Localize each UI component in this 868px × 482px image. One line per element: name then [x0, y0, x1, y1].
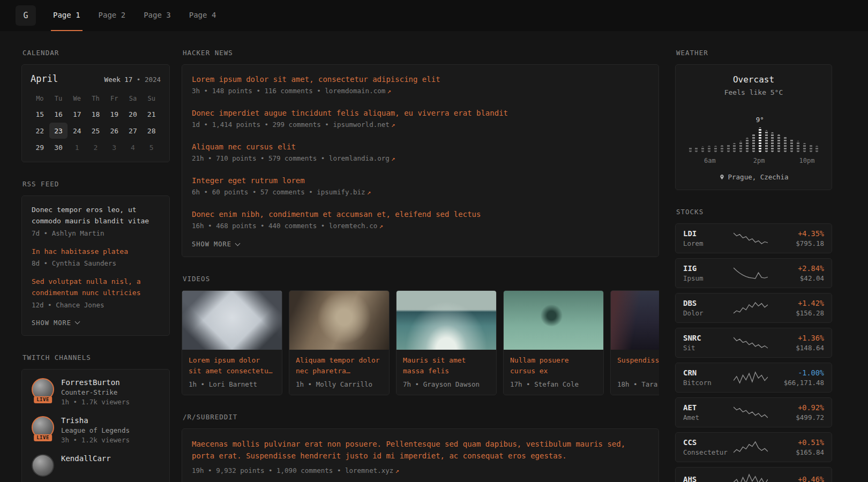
hackernews-item-title[interactable]: Donec imperdiet augue tincidunt felis al… [192, 109, 649, 117]
stock-name: Consectetur [683, 448, 730, 456]
video-thumbnail[interactable] [504, 291, 603, 350]
stock-sparkline [734, 336, 768, 350]
external-link-icon[interactable]: ↗ [387, 87, 391, 95]
rss-section-label: RSS FEED [23, 180, 169, 188]
hackernews-show-more-button[interactable]: SHOW MORE [192, 236, 240, 251]
calendar-day: 18 [86, 106, 105, 122]
stock-id: AET Amet [683, 403, 730, 421]
hackernews-item-title[interactable]: Lorem ipsum dolor sit amet, consectetur … [192, 75, 649, 84]
stock-sparkline [734, 301, 768, 315]
calendar-day-next-month: 4 [124, 139, 143, 155]
twitch-channel[interactable]: LIVE Trisha League of Legends 3h • 1.2k … [32, 416, 160, 444]
external-link-icon[interactable]: ↗ [395, 466, 399, 475]
tab-page-1[interactable]: Page 1 [51, 0, 83, 31]
stock-name: Lorem [683, 239, 730, 247]
weather-bar [714, 146, 717, 152]
video-title[interactable]: Aliquam tempor dolor nec pharetra… [296, 355, 383, 376]
tab-page-2[interactable]: Page 2 [96, 0, 128, 31]
stock-ticker: CRN [683, 368, 730, 377]
rss-item-meta: 7d • Ashlyn Martin [32, 229, 160, 237]
rss-item-title[interactable]: In hac habitasse platea [32, 246, 160, 258]
hackernews-item-title[interactable]: Donec enim nibh, condimentum et accumsan… [192, 210, 649, 219]
stock-change: +4.35% [771, 229, 824, 238]
video-title[interactable]: Nullam posuere cursus ex [510, 355, 597, 376]
stock-row[interactable]: SNRC Sit +1.36% $148.64 [675, 328, 832, 358]
twitch-channel-name[interactable]: KendallCarr [61, 454, 111, 463]
rss-item-title[interactable]: Donec tempor eros leo, ut commodo mauris… [32, 205, 160, 227]
video-card: Aliquam tempor dolor nec pharetra… 1h • … [289, 290, 390, 395]
stock-id: LDI Lorem [683, 229, 730, 247]
weather-bar [739, 141, 742, 152]
calendar-grid: Mo Tu We Th Fr Sa Su 15 16 17 18 19 20 2… [31, 92, 161, 155]
stock-id: CRN Bitcorn [683, 368, 730, 387]
twitch-channel-name[interactable]: Trisha [61, 416, 130, 425]
stock-ticker: AHS [683, 475, 730, 482]
stock-row[interactable]: AET Amet +0.92% $499.72 [675, 397, 832, 427]
rss-item: Donec tempor eros leo, ut commodo mauris… [32, 205, 160, 237]
twitch-channel[interactable]: KendallCarr [32, 454, 160, 477]
video-card: Nullam posuere cursus ex 17h • Stefan Co… [503, 290, 604, 395]
video-body: Mauris sit amet massa felis 7h • Grayson… [396, 350, 496, 395]
weather-time-label: 2pm [753, 157, 765, 164]
stock-row[interactable]: CCS Consectetur +0.51% $165.84 [675, 432, 832, 462]
weather-bar [727, 144, 730, 152]
calendar-day: 16 [49, 106, 68, 122]
hackernews-item-title[interactable]: Aliquam nec cursus elit [192, 142, 649, 151]
calendar-day: 29 [31, 139, 49, 155]
weather-feels-like: Feels like 5°C [685, 88, 822, 96]
calendar-week: Week 17 [104, 76, 133, 84]
weather-bar [721, 145, 723, 152]
subreddit-post-title[interactable]: Maecenas mollis pulvinar erat non posuer… [192, 438, 649, 462]
tab-page-3[interactable]: Page 3 [141, 0, 173, 31]
page-tabs: Page 1 Page 2 Page 3 Page 4 [51, 0, 218, 31]
twitch-channel-meta: 3h • 1.2k viewers [61, 436, 130, 444]
rss-item-title[interactable]: Sed volutpat nulla nisl, a condimentum n… [32, 276, 160, 299]
rss-item: Sed volutpat nulla nisl, a condimentum n… [32, 276, 160, 309]
stock-change: +2.84% [771, 264, 824, 273]
twitch-channel[interactable]: LIVE ForrestBurton Counter-Strike 1h • 1… [32, 378, 160, 406]
video-thumbnail[interactable] [396, 291, 496, 350]
tab-page-4[interactable]: Page 4 [187, 0, 219, 31]
video-title[interactable]: Lorem ipsum dolor sit amet consectetu… [189, 355, 275, 376]
external-link-icon[interactable]: ↗ [379, 222, 383, 230]
stock-values: +2.84% $42.04 [771, 264, 824, 282]
weather-bar [777, 134, 780, 152]
external-link-icon[interactable]: ↗ [391, 154, 395, 162]
external-link-icon[interactable]: ↗ [391, 120, 395, 129]
subreddit-section-label: /R/SUBREDDIT [183, 413, 658, 421]
stock-row[interactable]: LDI Lorem +4.35% $795.18 [675, 223, 832, 253]
weekday-label: We [68, 92, 86, 106]
calendar-day: 15 [31, 106, 49, 122]
calendar-day: 30 [49, 139, 68, 155]
video-thumbnail[interactable] [611, 291, 659, 350]
stock-row[interactable]: IIG Ipsum +2.84% $42.04 [675, 258, 832, 288]
external-link-icon[interactable]: ↗ [367, 188, 371, 196]
rss-show-more-button[interactable]: SHOW MORE [32, 318, 79, 328]
stock-name: Ipsum [683, 274, 730, 282]
stock-row[interactable]: CRN Bitcorn -1.00% $66,171.48 [675, 363, 832, 393]
twitch-channel-name[interactable]: ForrestBurton [61, 378, 130, 387]
hackernews-item-title[interactable]: Integer eget rutrum lorem [192, 176, 649, 185]
dashboard: CALENDAR April Week 17 • 2024 Mo Tu We T… [0, 31, 868, 482]
video-title[interactable]: Suspendisse diam [617, 355, 659, 376]
hackernews-item-meta-text: 16h • 468 points • 440 comments • loremt… [192, 222, 377, 230]
weekday-label: Sa [124, 92, 143, 106]
calendar-day-next-month: 3 [105, 139, 124, 155]
hackernews-item-meta-text: 6h • 60 points • 57 comments • ipsumify.… [192, 188, 365, 196]
hackernews-item-meta: 1d • 1,414 points • 299 comments • ipsum… [192, 120, 649, 129]
video-title[interactable]: Mauris sit amet massa felis [403, 355, 490, 376]
weekday-label: Tu [49, 92, 68, 106]
video-thumbnail[interactable] [182, 291, 282, 350]
hackernews-item-meta: 16h • 468 points • 440 comments • loremt… [192, 222, 649, 230]
stock-price: $499.72 [771, 413, 824, 421]
stock-values: +0.46% [771, 475, 824, 482]
twitch-avatar-wrap: LIVE [32, 416, 54, 439]
subreddit-post: Maecenas mollis pulvinar erat non posuer… [192, 438, 649, 475]
stock-id: CCS Consectetur [683, 438, 730, 456]
stock-change: +0.51% [771, 438, 824, 447]
stock-row[interactable]: DBS Dolor +1.42% $156.28 [675, 293, 832, 323]
stock-row[interactable]: AHS +0.46% [675, 467, 832, 482]
video-thumbnail[interactable] [289, 291, 389, 350]
twitch-channel-info: KendallCarr [61, 454, 111, 463]
weather-location: Prague, Czechia [685, 173, 822, 181]
